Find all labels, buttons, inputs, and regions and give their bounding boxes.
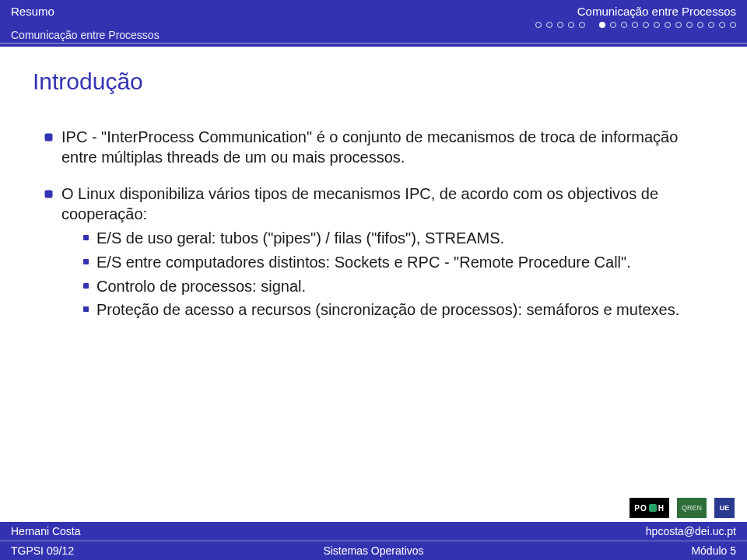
bullet-icon: [83, 306, 89, 312]
progress-dot-icon[interactable]: [599, 22, 605, 28]
section-subtitle: Comunicação entre Processos: [11, 29, 736, 41]
bullet-level2: E/S de uso geral: tubos ("pipes") / fila…: [83, 229, 702, 249]
footer-logos: PO H QREN UE: [630, 498, 735, 518]
bullet-icon: [83, 235, 89, 240]
progress-dot-icon[interactable]: [654, 22, 660, 28]
logo-poph-prefix: PO: [634, 504, 647, 513]
bullet-text: O Linux disponibiliza vários tipos de me…: [61, 184, 702, 324]
progress-dot-icon[interactable]: [557, 22, 563, 28]
progress-dot-icon[interactable]: [643, 22, 649, 28]
bullet-icon: [45, 191, 52, 198]
progress-dot-icon[interactable]: [610, 22, 616, 28]
bullet-icon: [45, 134, 52, 141]
progress-dot-icon[interactable]: [621, 22, 627, 28]
logo-poph: PO H: [630, 498, 669, 518]
slide-footer: Hernani Costa hpcosta@dei.uc.pt TGPSI 09…: [0, 522, 747, 560]
nav-left-link[interactable]: Resumo: [11, 5, 54, 18]
progress-dot-icon[interactable]: [708, 22, 714, 28]
footer-module: Módulo 5: [498, 541, 747, 560]
sub-bullet-text: E/S entre computadores distintos: Socket…: [96, 253, 702, 273]
progress-dot-icon[interactable]: [546, 22, 552, 28]
sub-bullet-text: Controlo de processos: signal.: [96, 277, 702, 297]
bullet-icon: [83, 259, 89, 264]
sub-bullet-text: Proteção de acesso a recursos (sincroniz…: [96, 300, 702, 320]
progress-dot-icon[interactable]: [632, 22, 638, 28]
progress-dot-icon[interactable]: [568, 22, 574, 28]
logo-poph-square-icon: [649, 504, 657, 512]
logo-ue: UE: [714, 498, 735, 518]
bullet-level1: IPC - "InterProcess Communication" é o c…: [45, 128, 702, 167]
footer-email: hpcosta@dei.uc.pt: [498, 522, 747, 541]
progress-dot-icon[interactable]: [675, 22, 682, 28]
sub-bullet-list: E/S de uso geral: tubos ("pipes") / fila…: [83, 229, 702, 320]
bullet-level1: O Linux disponibiliza vários tipos de me…: [45, 184, 702, 324]
bullet-level2: E/S entre computadores distintos: Socket…: [83, 253, 702, 273]
bullet-level2: Proteção de acesso a recursos (sincroniz…: [83, 300, 702, 320]
footer-author: Hernani Costa: [0, 522, 249, 541]
bullet-level2: Controlo de processos: signal.: [83, 277, 702, 297]
progress-dot-icon[interactable]: [535, 22, 542, 28]
progress-dot-icon[interactable]: [719, 22, 725, 28]
progress-dot-icon[interactable]: [686, 22, 693, 28]
progress-dot-icon[interactable]: [730, 22, 736, 28]
progress-dot-icon[interactable]: [665, 22, 671, 28]
logo-qren: QREN: [677, 498, 707, 518]
bullet-text: IPC - "InterProcess Communication" é o c…: [61, 128, 702, 167]
slide-content: IPC - "InterProcess Communication" é o c…: [0, 101, 747, 324]
progress-dot-icon[interactable]: [579, 22, 585, 28]
sub-bullet-text: E/S de uso geral: tubos ("pipes") / fila…: [96, 229, 702, 249]
frame-title: Introdução: [0, 47, 747, 101]
logo-poph-suffix: H: [658, 504, 665, 513]
nav-right-link[interactable]: Comunicação entre Processos: [577, 5, 736, 18]
progress-dot-icon[interactable]: [697, 22, 703, 28]
footer-course: TGPSI 09/12: [0, 541, 249, 560]
slide-header: Resumo Comunicação entre Processos Comun…: [0, 0, 747, 47]
header-underline: [0, 43, 747, 44]
slide-progress: [535, 22, 736, 28]
footer-center: Sistemas Operativos: [249, 541, 498, 560]
bullet-icon: [83, 283, 89, 289]
